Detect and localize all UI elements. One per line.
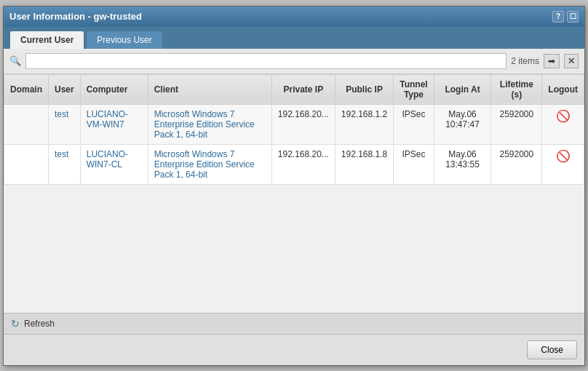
col-login-at: Login At	[434, 74, 491, 104]
cell-user[interactable]: test	[49, 144, 81, 184]
table-row: test LUCIANO-WIN7-CL Microsoft Windows 7…	[4, 144, 584, 184]
table-wrapper: Domain User Computer Client Private IP P…	[4, 74, 584, 313]
cell-user[interactable]: test	[49, 104, 81, 144]
cell-tunnel-type: IPSec	[394, 144, 434, 184]
cell-login-at: May.06 10:47:47	[434, 104, 491, 144]
cell-computer[interactable]: LUCIANO-VM-WIN7	[80, 104, 148, 144]
cell-lifetime: 2592000	[491, 104, 542, 144]
cell-public-ip: 192.168.1.8	[335, 144, 393, 184]
cell-client[interactable]: Microsoft Windows 7 Enterprise Edition S…	[148, 104, 271, 144]
logout-icon[interactable]: 🚫	[556, 110, 571, 122]
col-public-ip: Public IP	[335, 74, 393, 104]
dialog-title: User Information - gw-trusted	[9, 11, 142, 22]
col-user: User	[49, 74, 81, 104]
refresh-button[interactable]: Refresh	[24, 319, 55, 329]
main-content: 🔍 2 items ➡ ✕ Domain User Computer Clien…	[4, 49, 584, 334]
cell-domain	[4, 104, 49, 144]
search-bar: 🔍 2 items ➡ ✕	[4, 49, 584, 74]
cell-public-ip: 192.168.1.2	[335, 104, 393, 144]
cell-private-ip: 192.168.20...	[271, 104, 335, 144]
help-icon[interactable]: ?	[552, 11, 564, 23]
title-bar: User Information - gw-trusted ? ☐	[4, 7, 584, 27]
cell-private-ip: 192.168.20...	[271, 144, 335, 184]
search-icon: 🔍	[9, 55, 21, 66]
item-count: 2 items	[511, 56, 539, 66]
maximize-icon[interactable]: ☐	[567, 11, 579, 23]
dialog: User Information - gw-trusted ? ☐ Curren…	[3, 6, 585, 366]
col-domain: Domain	[4, 74, 49, 104]
title-bar-icons: ? ☐	[552, 11, 579, 23]
cell-logout[interactable]: 🚫	[542, 144, 584, 184]
col-computer: Computer	[80, 74, 148, 104]
col-logout: Logout	[542, 74, 584, 104]
footer-bar: ↻ Refresh	[4, 313, 584, 334]
users-table: Domain User Computer Client Private IP P…	[4, 74, 584, 185]
next-page-button[interactable]: ➡	[544, 54, 560, 68]
cell-computer[interactable]: LUCIANO-WIN7-CL	[80, 144, 148, 184]
col-lifetime: Lifetime (s)	[491, 74, 542, 104]
cell-domain	[4, 144, 49, 184]
col-private-ip: Private IP	[271, 74, 335, 104]
cell-client[interactable]: Microsoft Windows 7 Enterprise Edition S…	[148, 144, 271, 184]
col-client: Client	[148, 74, 271, 104]
close-button[interactable]: Close	[527, 340, 577, 359]
cell-lifetime: 2592000	[491, 144, 542, 184]
tab-current-user[interactable]: Current User	[9, 31, 84, 49]
tab-previous-user[interactable]: Previous User	[86, 31, 162, 49]
cell-logout[interactable]: 🚫	[542, 104, 584, 144]
cell-tunnel-type: IPSec	[394, 104, 434, 144]
search-input[interactable]	[25, 53, 506, 69]
cell-login-at: May.06 13:43:55	[434, 144, 491, 184]
refresh-icon[interactable]: ↻	[11, 318, 20, 330]
clear-search-button[interactable]: ✕	[564, 54, 579, 68]
col-tunnel-type: TunnelType	[394, 74, 434, 104]
dialog-footer: Close	[4, 334, 584, 365]
table-row: test LUCIANO-VM-WIN7 Microsoft Windows 7…	[4, 104, 584, 144]
logout-icon[interactable]: 🚫	[556, 150, 571, 162]
tabs-bar: Current User Previous User	[4, 27, 584, 49]
